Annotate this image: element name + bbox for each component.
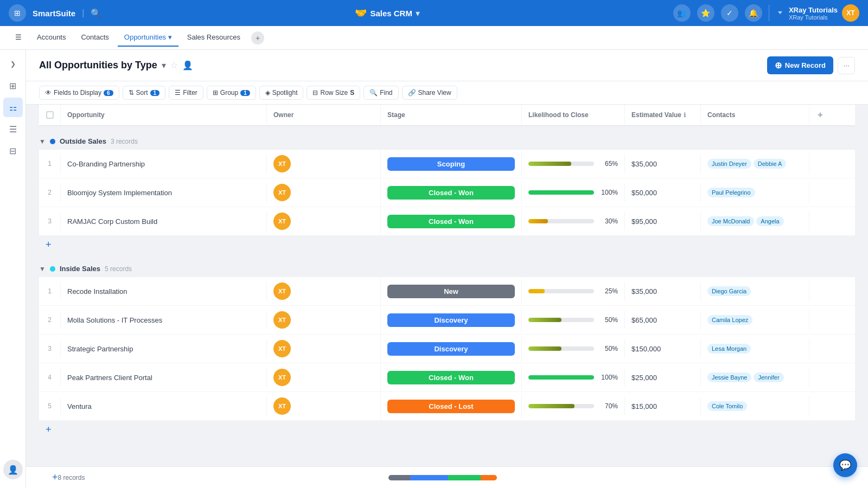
stage-badge[interactable]: New (387, 285, 515, 298)
contact-badge[interactable]: Lesa Morgan (707, 344, 751, 354)
contact-badge[interactable]: Joe McDonald (707, 216, 754, 226)
row-size-val: S (350, 89, 354, 97)
spotlight-button[interactable]: ◈ Spotlight (259, 86, 304, 100)
contact-badge[interactable]: Paul Pelegrino (707, 188, 755, 197)
opportunity-name[interactable]: Molla Solutions - IT Processes (61, 311, 267, 330)
header-star-icon[interactable]: ☆ (170, 60, 178, 70)
table-row: 1 Recode Installation XT New 25% (39, 277, 855, 306)
stage-badge[interactable]: Closed - Won (387, 186, 515, 200)
stage-badge[interactable]: Scoping (387, 157, 515, 171)
row-num: 3 (39, 212, 61, 230)
stage-badge[interactable]: Closed - Won (387, 371, 515, 384)
row-add (809, 401, 831, 412)
spotlight-icon: ◈ (265, 89, 270, 97)
contact-badge[interactable]: Debbie A (754, 159, 787, 169)
owner-cell: XT (267, 363, 381, 391)
footer-add-button[interactable]: + (52, 472, 58, 483)
subnav-add-tab[interactable]: + (251, 31, 264, 44)
owner-avatar: XT (273, 184, 291, 201)
add-row-icon[interactable]: + (46, 424, 52, 435)
add-outside-sales-row[interactable]: + (39, 236, 855, 254)
contact-badge[interactable]: Cole Tomilo (707, 401, 747, 411)
stage-badge[interactable]: Closed - Lost (387, 400, 515, 413)
likelihood-pct: 100% (598, 374, 618, 381)
user-avatar[interactable]: XT (842, 4, 859, 22)
stage-color-bar (388, 475, 497, 480)
stage-cell: Discovery (381, 308, 522, 332)
crm-title-chevron[interactable]: ▾ (416, 8, 420, 18)
subnav-sales-resources[interactable]: Sales Resources (181, 29, 247, 47)
search-icon[interactable]: 🔍 (91, 8, 101, 18)
stage-badge[interactable]: Discovery (387, 313, 515, 327)
bar-new (388, 475, 410, 480)
subnav-accounts[interactable]: Accounts (30, 29, 72, 47)
value-cell: $150,000 (625, 339, 701, 358)
star-icon[interactable]: ⭐ (697, 4, 714, 22)
stage-badge[interactable]: Closed - Won (387, 215, 515, 228)
value-cell: $15,000 (625, 397, 701, 416)
new-record-button[interactable]: ⊕ New Record (767, 56, 833, 74)
more-options-button[interactable]: ··· (838, 57, 855, 74)
team-icon[interactable]: 👥 (673, 4, 691, 22)
user-sub: XRay Tutorials (789, 14, 838, 21)
sidebar-grid-icon[interactable]: ⚏ (3, 98, 23, 117)
group-chevron-inside-sales[interactable]: ▼ (39, 265, 46, 273)
contact-badge[interactable]: Jessie Bayne (707, 373, 751, 382)
group-button[interactable]: ⊞ Group 1 (207, 86, 256, 100)
subnav-opportunities[interactable]: Opportunities ▾ (118, 29, 178, 47)
th-add-column[interactable]: + (809, 105, 831, 125)
sort-button[interactable]: ⇅ Sort 1 (123, 86, 166, 100)
table-row: 2 Molla Solutions - IT Processes XT Disc… (39, 306, 855, 335)
contact-badge[interactable]: Jennifer (754, 373, 783, 382)
row-add (809, 286, 831, 297)
opportunity-name[interactable]: Ventura (61, 397, 267, 416)
stage-badge[interactable]: Discovery (387, 342, 515, 356)
header-share-icon[interactable]: 👤 (182, 60, 193, 70)
share-view-button[interactable]: 🔗 Share View (402, 86, 457, 100)
sidebar-chart-icon[interactable]: ☰ (3, 119, 23, 139)
chat-button[interactable]: 💬 (833, 453, 857, 477)
add-inside-sales-row[interactable]: + (39, 421, 855, 439)
sidebar-expand-icon[interactable]: ❯ (3, 54, 23, 74)
subnav-menu[interactable]: ☰ (9, 29, 28, 47)
opportunity-name[interactable]: Recode Installation (61, 282, 267, 301)
page-title-chevron[interactable]: ▾ (162, 60, 166, 70)
check-icon[interactable]: ✓ (721, 4, 738, 22)
user-info: XRay Tutorials XRay Tutorials (789, 6, 838, 21)
sidebar-widget-icon[interactable]: ⊟ (3, 141, 23, 160)
contact-badge[interactable]: Diego Garcia (707, 286, 751, 296)
likelihood-cell: 100% (522, 183, 625, 202)
page-title: All Opportunities by Type (39, 60, 157, 71)
select-all-checkbox[interactable] (46, 111, 54, 119)
bell-icon[interactable]: 🔔 (745, 4, 762, 22)
contact-badge[interactable]: Justin Dreyer (707, 159, 751, 169)
th-checkbox (39, 105, 61, 125)
contact-badge[interactable]: Angela (756, 216, 783, 226)
group-chevron-outside-sales[interactable]: ▼ (39, 138, 46, 145)
likelihood-cell: 65% (522, 155, 625, 173)
filter-button[interactable]: ☰ Filter (169, 86, 203, 100)
value-info-icon[interactable]: ℹ (684, 112, 686, 119)
sidebar-home-icon[interactable]: ⊞ (3, 76, 23, 95)
opportunity-name[interactable]: Peak Partners Client Portal (61, 368, 267, 387)
opportunity-name[interactable]: RAMJAC Corp Custom Build (61, 212, 267, 231)
group-header-outside-sales[interactable]: ▼ Outside Sales 3 records (39, 133, 855, 150)
add-row-icon[interactable]: + (46, 239, 52, 250)
opportunity-name[interactable]: Co-Branding Partnership (61, 155, 267, 174)
opportunity-name[interactable]: Bloomjoy System Implementation (61, 183, 267, 202)
table-row: 3 RAMJAC Corp Custom Build XT Closed - W… (39, 207, 855, 236)
row-num: 3 (39, 339, 61, 358)
contact-badge[interactable]: Camila Lopez (707, 315, 752, 325)
sidebar-user-icon[interactable]: 👤 (3, 460, 23, 479)
find-button[interactable]: 🔍 Find (363, 86, 398, 100)
subnav-contacts[interactable]: Contacts (74, 29, 115, 47)
opportunity-name[interactable]: Strategic Partnership (61, 339, 267, 358)
row-size-button[interactable]: ⊟ Row Size S (307, 86, 360, 100)
fields-display-button[interactable]: 👁 Fields to Display 6 (39, 86, 119, 100)
grid-menu-icon[interactable]: ⊞ (9, 4, 26, 22)
group-header-inside-sales[interactable]: ▼ Inside Sales 5 records (39, 260, 855, 277)
records-count: 8 records (58, 474, 85, 481)
likelihood-cell: 50% (522, 339, 625, 358)
table-row: 3 Strategic Partnership XT Discovery 50% (39, 335, 855, 363)
owner-cell: XT (267, 392, 381, 420)
